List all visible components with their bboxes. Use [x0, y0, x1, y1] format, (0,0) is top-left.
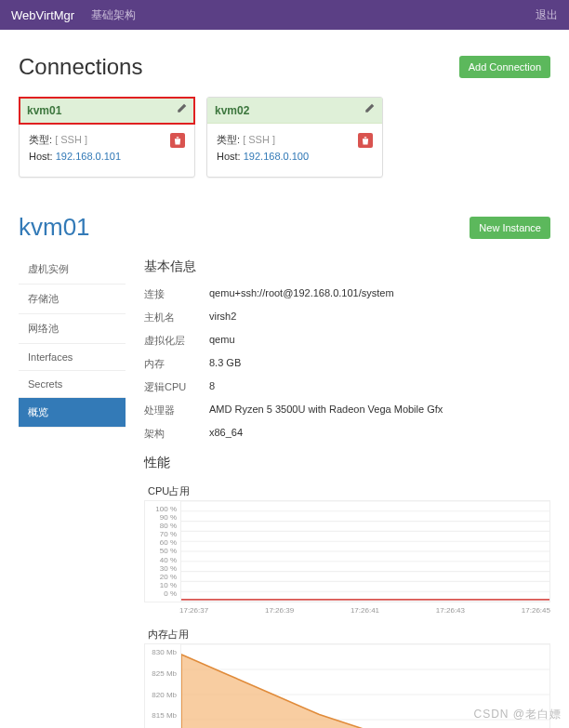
host-label: Host: [217, 151, 244, 162]
nav-link-logout[interactable]: 退出 [536, 7, 558, 23]
type-label: 类型: [29, 134, 55, 145]
brand[interactable]: WebVirtMgr [11, 8, 74, 22]
chart-title: CPU占用 [144, 484, 550, 498]
edit-icon[interactable] [364, 103, 375, 117]
basic-info-title: 基本信息 [144, 258, 550, 275]
delete-icon[interactable] [358, 133, 373, 148]
main-panel: 基本信息 连接qemu+ssh://root@192.168.0.101/sys… [144, 255, 550, 728]
connection-card: kvm01 类型: [ SSH ] Host: 192.168.0.101 [19, 97, 195, 178]
sidebar-item[interactable]: Secrets [19, 371, 126, 398]
info-value: qemu+ssh://root@192.168.0.101/system [209, 287, 394, 301]
y-axis: 100 %90 %80 %70 %60 %50 %40 %30 %20 %10 … [145, 501, 180, 602]
sidebar: 虚机实例存储池网络池InterfacesSecrets概览 [19, 255, 126, 728]
info-key: 虚拟化层 [144, 334, 209, 348]
chart: CPU占用100 %90 %80 %70 %60 %50 %40 %30 %20… [144, 484, 550, 615]
connection-name: kvm01 [27, 104, 176, 117]
info-key: 连接 [144, 287, 209, 301]
type-label: 类型: [217, 134, 243, 145]
info-row: 逻辑CPU8 [144, 376, 550, 399]
perf-title: 性能 [144, 455, 550, 471]
info-value: virsh2 [209, 311, 236, 324]
y-axis: 830 Mb825 Mb820 Mb815 Mb810 Mb [145, 644, 180, 728]
info-value: 8.3 GB [209, 357, 241, 371]
add-connection-button[interactable]: Add Connection [459, 56, 550, 78]
info-key: 内存 [144, 357, 209, 371]
navbar: WebVirtMgr 基础架构 退出 [0, 0, 569, 30]
chart-title: 内存占用 [144, 628, 550, 642]
info-value: qemu [209, 334, 235, 348]
page-title: Connections [19, 54, 459, 80]
info-row: 主机名virsh2 [144, 306, 550, 329]
sidebar-item[interactable]: 虚机实例 [19, 255, 126, 285]
info-row: 虚拟化层qemu [144, 329, 550, 352]
sidebar-item[interactable]: 概览 [19, 398, 126, 428]
connection-card: kvm02 类型: [ SSH ] Host: 192.168.0.100 [206, 97, 383, 178]
sidebar-item[interactable]: 存储池 [19, 285, 126, 314]
delete-icon[interactable] [170, 133, 185, 148]
charts-container: CPU占用100 %90 %80 %70 %60 %50 %40 %30 %20… [144, 484, 550, 728]
nav-link-infra[interactable]: 基础架构 [91, 7, 136, 23]
info-value: x86_64 [209, 427, 243, 441]
card-header[interactable]: kvm01 [20, 98, 194, 124]
info-key: 架构 [144, 427, 209, 441]
info-key: 主机名 [144, 311, 209, 324]
watermark: CSDN @老白嫖 [473, 707, 562, 722]
connections-header: Connections Add Connection [19, 54, 550, 80]
info-table: 连接qemu+ssh://root@192.168.0.101/system主机… [144, 283, 550, 445]
host-value[interactable]: 192.168.0.101 [56, 151, 121, 162]
plot-area [180, 501, 549, 602]
sidebar-item[interactable]: 网络池 [19, 314, 126, 344]
info-row: 架构x86_64 [144, 422, 550, 445]
edit-icon[interactable] [176, 103, 187, 117]
info-key: 处理器 [144, 404, 209, 417]
info-row: 处理器AMD Ryzen 5 3500U with Radeon Vega Mo… [144, 399, 550, 422]
info-row: 内存8.3 GB [144, 352, 550, 376]
info-row: 连接qemu+ssh://root@192.168.0.101/system [144, 283, 550, 306]
card-header[interactable]: kvm02 [207, 98, 382, 124]
info-key: 逻辑CPU [144, 380, 209, 394]
info-value: 8 [209, 380, 215, 394]
type-value: [ SSH ] [243, 134, 275, 145]
type-value: [ SSH ] [55, 134, 87, 145]
x-axis: 17:26:3717:26:3917:26:4117:26:4317:26:45 [144, 604, 550, 615]
host-label: Host: [29, 151, 56, 162]
info-value: AMD Ryzen 5 3500U with Radeon Vega Mobil… [209, 404, 443, 417]
sidebar-item[interactable]: Interfaces [19, 344, 126, 371]
host-name[interactable]: kvm01 [19, 213, 470, 242]
new-instance-button[interactable]: New Instance [470, 217, 550, 239]
host-value[interactable]: 192.168.0.100 [244, 151, 309, 162]
host-header: kvm01 New Instance [19, 213, 550, 242]
connection-name: kvm02 [215, 104, 364, 117]
connection-cards: kvm01 类型: [ SSH ] Host: 192.168.0.101 kv… [19, 97, 550, 178]
